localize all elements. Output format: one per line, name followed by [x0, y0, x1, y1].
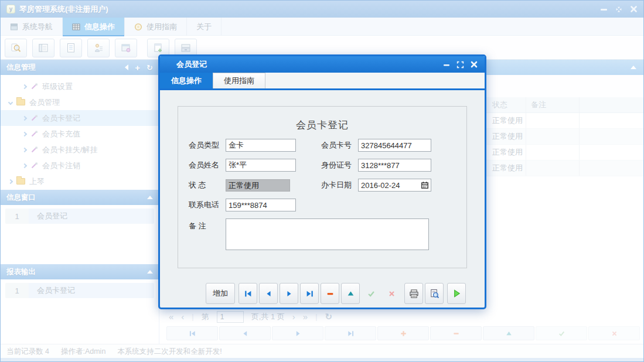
- edit-icon: [346, 289, 355, 298]
- dialog-toolbar: 增加: [206, 283, 467, 304]
- dialog-tab-guide[interactable]: 使用指南: [213, 73, 265, 88]
- next-record-icon: [285, 289, 294, 298]
- print-icon: [409, 289, 419, 299]
- dialog-title: 会员登记: [176, 59, 207, 70]
- print-preview-icon: [430, 289, 439, 299]
- next-record-button[interactable]: [280, 283, 298, 304]
- edit-record-button[interactable]: [341, 283, 360, 304]
- last-record-icon: [305, 289, 314, 298]
- cancel-icon: [387, 289, 396, 298]
- confirm-button[interactable]: [362, 283, 380, 304]
- calendar-icon[interactable]: [421, 181, 429, 189]
- run-icon: [452, 289, 461, 298]
- delete-icon: [326, 289, 335, 298]
- dialog-tab-bar: 信息操作 使用指南: [160, 73, 485, 90]
- dialog-tab-info-ops[interactable]: 信息操作: [160, 73, 213, 88]
- card-no-label: 会员卡号: [321, 140, 358, 151]
- dialog-maximize-button[interactable]: [456, 61, 464, 69]
- id-no-label: 身份证号: [321, 160, 358, 170]
- print-button[interactable]: [404, 283, 423, 304]
- app-window: y 琴房管理系统(非注册用户) 系统导航 信息操作 使用指南 关于: [0, 0, 644, 362]
- status-display: 正常使用: [226, 179, 290, 192]
- phone-input[interactable]: [226, 199, 296, 211]
- member-type-input[interactable]: [226, 139, 296, 152]
- dialog-titlebar: 会员登记: [160, 56, 485, 73]
- member-name-input[interactable]: [226, 159, 296, 172]
- dialog-minimize-button[interactable]: [443, 61, 450, 68]
- last-record-button[interactable]: [300, 283, 319, 304]
- issue-date-label: 办卡日期: [321, 180, 358, 190]
- confirm-icon: [367, 289, 376, 298]
- run-button[interactable]: [447, 283, 466, 304]
- form-panel: 会员卡登记 会员类型 会员卡号 会员姓名: [178, 106, 467, 268]
- prev-record-icon: [264, 289, 273, 298]
- member-type-label: 会员类型: [189, 140, 226, 151]
- form-title: 会员卡登记: [178, 118, 466, 132]
- remark-textarea[interactable]: [226, 218, 429, 250]
- first-record-icon: [244, 289, 253, 298]
- delete-record-button[interactable]: [321, 283, 339, 304]
- status-label: 状 态: [189, 180, 226, 190]
- phone-label: 联系电话: [189, 200, 226, 210]
- add-button[interactable]: 增加: [206, 283, 235, 304]
- card-no-input[interactable]: [358, 139, 431, 152]
- member-register-dialog: 会员登记 信息操作 使用指南 会员卡登记 会员类型 会员卡号: [158, 54, 486, 309]
- dialog-close-button[interactable]: [471, 61, 478, 68]
- prev-record-button[interactable]: [259, 283, 278, 304]
- id-no-input[interactable]: [358, 159, 431, 172]
- remark-label: 备 注: [189, 221, 226, 231]
- member-name-label: 会员姓名: [189, 160, 226, 170]
- print-preview-button[interactable]: [425, 283, 444, 304]
- cancel-button[interactable]: [382, 283, 401, 304]
- first-record-button[interactable]: [238, 283, 257, 304]
